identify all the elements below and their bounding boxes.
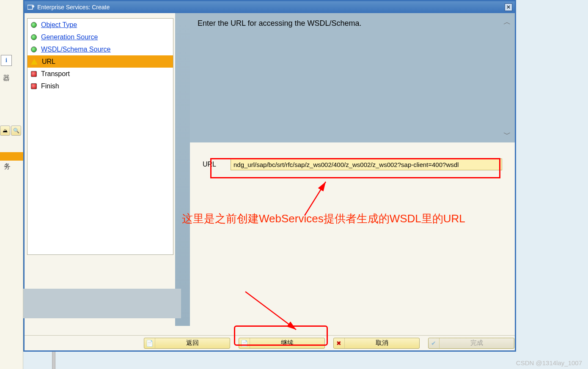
cancel-button[interactable]: ✖ 取消 [333,338,420,349]
scroll-up-icon[interactable]: ︿ [502,17,512,27]
landscape-icon[interactable]: ⛰ [0,126,10,136]
step-url[interactable]: URL [27,55,173,68]
info-icon[interactable]: i [1,55,12,66]
finish-button-label: 完成 [440,339,514,347]
step-label[interactable]: WSDL/Schema Source [41,46,111,53]
back-button[interactable]: 📄 返回 [144,338,230,349]
url-label: URL [203,161,220,168]
divider-strip [175,13,190,326]
dialog-body: Object Type Generation Source WSDL/Schem… [25,13,515,326]
finish-icon: ✔ [429,338,440,348]
step-transport: Transport [27,68,173,80]
annotation-text: 这里是之前创建WebServices提供者生成的WSDL里的URL [182,211,520,226]
step-wsdl-schema-source[interactable]: WSDL/Schema Source [27,43,173,55]
steps-list: Object Type Generation Source WSDL/Schem… [27,18,173,255]
cancel-icon: ✖ [334,338,345,348]
cancel-button-label: 取消 [345,339,419,347]
finish-button: ✔ 完成 [428,338,514,349]
bottom-image-strip [23,289,181,318]
window-title: Enterprise Services: Create [37,4,505,11]
bg-tool-icons: ⛰ 🔍 [0,126,23,137]
step-object-type[interactable]: Object Type [27,19,173,31]
url-row: URL [190,142,515,186]
step-label: URL [42,58,55,66]
content-pane: Enter the URL for accessing the WSDL/Sch… [190,13,515,326]
url-input[interactable] [231,159,502,170]
instruction-text: Enter the URL for accessing the WSDL/Sch… [198,19,362,27]
binoculars-icon[interactable]: 🔍 [11,126,21,136]
status-led-green [31,22,37,28]
step-label[interactable]: Generation Source [41,33,98,41]
step-generation-source[interactable]: Generation Source [27,31,173,43]
bg-label-2: 务 [0,162,14,171]
wizard-footer: 📄 返回 📄 继续 ✖ 取消 ✔ 完成 [25,335,515,350]
steps-panel: Object Type Generation Source WSDL/Schem… [25,13,175,326]
status-led-yellow [31,59,38,65]
bg-label-1: 器 [0,74,13,83]
back-button-label: 返回 [155,339,230,347]
step-label: Transport [41,70,70,78]
instruction-panel: Enter the URL for accessing the WSDL/Sch… [190,13,515,142]
status-led-red [31,71,37,77]
back-icon: 📄 [144,338,155,348]
bg-vertical-divider [52,352,55,369]
step-finish: Finish [27,80,173,92]
continue-icon: 📄 [239,338,250,348]
svg-rect-0 [27,5,33,9]
status-led-green [31,34,37,40]
scroll-down-icon[interactable]: ﹀ [502,130,512,139]
status-led-green [31,46,37,52]
titlebar: Enterprise Services: Create ✕ [25,1,515,13]
step-label[interactable]: Object Type [41,21,77,29]
window-icon [27,3,35,11]
close-icon[interactable]: ✕ [505,3,512,11]
status-led-red [31,83,37,89]
bg-highlight-bar [0,152,23,161]
continue-button[interactable]: 📄 继续 [239,338,325,349]
step-label: Finish [41,82,59,90]
watermark: CSDN @1314lay_1007 [516,359,582,366]
continue-button-label: 继续 [250,339,324,347]
